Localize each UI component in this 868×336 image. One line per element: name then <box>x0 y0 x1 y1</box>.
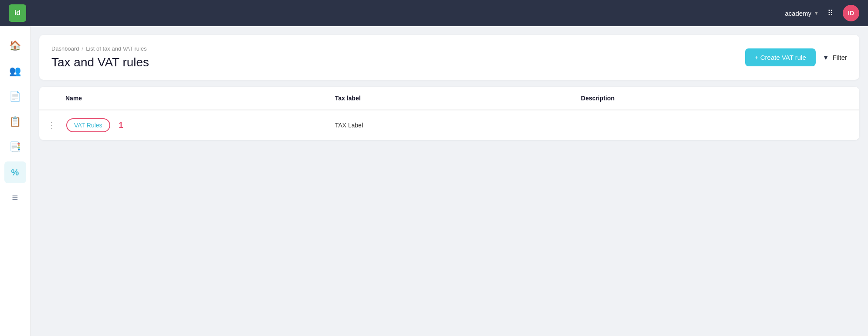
top-navbar: id academy ▼ ⠿ ID <box>0 0 868 26</box>
page-header-left: Dashboard / List of tax and VAT rules Ta… <box>51 45 149 69</box>
breadcrumb-separator: / <box>82 45 84 52</box>
content-area: Dashboard / List of tax and VAT rules Ta… <box>31 26 868 336</box>
sidebar: 🏠 👥 📄 📋 📑 % ≡ <box>0 26 31 336</box>
table-card: Name Tax label Description ⋮ VAT Rules 1 <box>39 87 859 140</box>
avatar[interactable]: ID <box>843 5 859 21</box>
vat-rules-table: Name Tax label Description ⋮ VAT Rules 1 <box>39 87 859 140</box>
page-title: Tax and VAT rules <box>51 55 149 69</box>
home-icon: 🏠 <box>9 40 21 51</box>
navbar-left: id <box>9 4 26 22</box>
logo[interactable]: id <box>9 4 26 22</box>
reports-icon: ≡ <box>12 192 18 204</box>
sidebar-item-reports[interactable]: ≡ <box>4 187 26 209</box>
chevron-down-icon: ▼ <box>814 10 819 16</box>
breadcrumb-home[interactable]: Dashboard <box>51 45 79 52</box>
users-icon: 👥 <box>9 65 21 77</box>
create-vat-rule-button[interactable]: + Create VAT rule <box>745 48 816 66</box>
filter-icon: ▼ <box>823 54 829 61</box>
academy-button[interactable]: academy ▼ <box>785 10 819 17</box>
breadcrumb: Dashboard / List of tax and VAT rules <box>51 45 149 52</box>
sidebar-item-document[interactable]: 📄 <box>4 86 26 107</box>
document-icon: 📄 <box>9 91 21 102</box>
navbar-right: academy ▼ ⠿ ID <box>785 5 859 21</box>
row-menu-icon[interactable]: ⋮ <box>48 120 59 130</box>
header-actions: + Create VAT rule ▼ Filter <box>745 48 847 66</box>
sidebar-item-tax[interactable]: % <box>4 161 26 183</box>
row-number: 1 <box>119 121 123 130</box>
sidebar-item-users[interactable]: 👥 <box>4 60 26 82</box>
sidebar-item-invoice[interactable]: 📑 <box>4 136 26 158</box>
main-layout: 🏠 👥 📄 📋 📑 % ≡ Dashboard / L <box>0 26 868 336</box>
invoice-icon: 📑 <box>9 141 21 153</box>
col-header-name: Name <box>39 87 326 110</box>
tax-icon: % <box>11 168 19 178</box>
sidebar-item-list[interactable]: 📋 <box>4 111 26 133</box>
description-cell <box>572 110 859 140</box>
tax-label-cell: TAX Label <box>326 110 573 140</box>
table-header-row: Name Tax label Description <box>39 87 859 110</box>
list-icon: 📋 <box>9 116 21 127</box>
col-header-tax-label: Tax label <box>326 87 573 110</box>
grid-icon[interactable]: ⠿ <box>827 8 834 18</box>
breadcrumb-current: List of tax and VAT rules <box>86 45 146 52</box>
col-header-description: Description <box>572 87 859 110</box>
filter-button[interactable]: ▼ Filter <box>823 54 847 61</box>
table-row: ⋮ VAT Rules 1 TAX Label <box>39 110 859 140</box>
name-cell: ⋮ VAT Rules 1 <box>39 110 326 140</box>
vat-rules-link[interactable]: VAT Rules <box>66 118 110 132</box>
page-header-card: Dashboard / List of tax and VAT rules Ta… <box>39 35 859 80</box>
sidebar-item-home[interactable]: 🏠 <box>4 35 26 57</box>
